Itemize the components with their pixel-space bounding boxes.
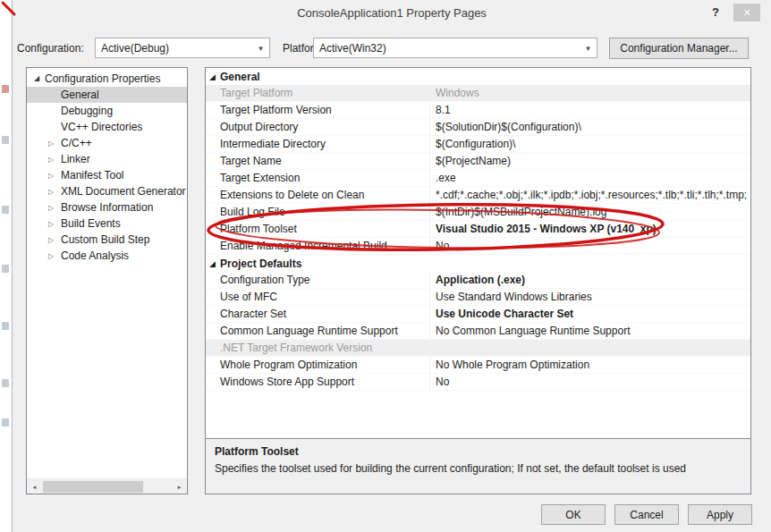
property-row-character-set[interactable]: Character Set Use Unicode Character Set (206, 306, 750, 323)
property-name: Intermediate Directory (220, 138, 326, 150)
property-name: Common Language Runtime Support (220, 325, 398, 337)
tree-expander-icon[interactable]: ▷ (48, 188, 61, 196)
property-value: No (436, 240, 449, 252)
tree-expander-icon[interactable]: ▷ (48, 220, 61, 228)
cancel-button[interactable]: Cancel (614, 504, 679, 525)
tree-item-label: XML Document Generator (61, 185, 186, 198)
property-name: Character Set (220, 308, 286, 320)
property-name: Target Platform (220, 87, 292, 99)
apply-button[interactable]: Apply (688, 504, 752, 525)
property-value: No Whole Program Optimization (436, 359, 589, 371)
property-name: .NET Target Framework Version (220, 342, 372, 354)
tree-item-build-events[interactable]: ▷ Build Events (27, 215, 187, 232)
configuration-manager-button[interactable]: Configuration Manager... (609, 38, 749, 59)
property-row-common-language-runtime-support[interactable]: Common Language Runtime Support No Commo… (206, 323, 750, 340)
window-title: ConsoleApplication1 Property Pages (13, 6, 771, 20)
tree-expander-icon[interactable]: ▷ (48, 236, 61, 244)
help-icon[interactable]: ? (712, 5, 719, 19)
property-name: Whole Program Optimization (220, 359, 357, 371)
property-row-net-target-framework-version[interactable]: .NET Target Framework Version (206, 340, 750, 357)
tree-item-label: Build Events (61, 217, 121, 230)
tree-item-custom-build-step[interactable]: ▷ Custom Build Step (27, 232, 187, 248)
property-row-target-platform-version[interactable]: Target Platform Version 8.1 (206, 102, 750, 119)
property-value: No (436, 376, 449, 388)
tree-item-general[interactable]: General (27, 87, 187, 103)
configuration-label: Configuration: (17, 42, 84, 55)
grid-section-project-defaults[interactable]: ◢ Project Defaults (206, 255, 750, 272)
property-row-target-platform[interactable]: Target Platform Windows (206, 85, 750, 102)
property-value: 8.1 (436, 104, 451, 116)
platform-value: Active(Win32) (319, 42, 386, 55)
property-name: Target Extension (220, 172, 300, 184)
tree-item-label: Custom Build Step (61, 233, 149, 246)
close-button[interactable]: ✕ (733, 4, 760, 21)
scroll-left-icon[interactable]: ◂ (27, 479, 42, 494)
tree-children: General Debugging VC++ Directories ▷ C/C… (27, 87, 187, 264)
property-row-target-name[interactable]: Target Name $(ProjectName) (206, 153, 750, 170)
property-pages-dialog: ConsoleApplication1 Property Pages ? ✕ C… (12, 0, 771, 532)
tree-item-manifest-tool[interactable]: ▷ Manifest Tool (27, 167, 187, 183)
property-name: Build Log File (220, 206, 285, 218)
property-value: Visual Studio 2015 - Windows XP (v140_xp… (436, 223, 657, 235)
tree-item-code-analysis[interactable]: ▷ Code Analysis (27, 248, 187, 264)
section-expanded-icon[interactable]: ◢ (209, 259, 220, 268)
property-row-output-directory[interactable]: Output Directory $(SolutionDir)$(Configu… (206, 119, 750, 136)
tree-item-label: Code Analysis (61, 249, 129, 262)
tree-item-label: C/C++ (61, 137, 92, 149)
scroll-right-icon[interactable]: ▸ (172, 479, 187, 494)
property-row-configuration-type[interactable]: Configuration Type Application (.exe) (206, 272, 750, 289)
grid-section-general[interactable]: ◢ General (206, 68, 750, 85)
tree-horizontal-scrollbar[interactable]: ◂ ▸ (27, 478, 187, 494)
section-expanded-icon[interactable]: ◢ (209, 72, 220, 81)
tree-item-c-c[interactable]: ▷ C/C++ (27, 135, 187, 151)
tree-expander-icon[interactable]: ▷ (48, 252, 61, 260)
edge-artifact (2, 206, 9, 214)
tree-item-vc-directories[interactable]: VC++ Directories (27, 119, 187, 135)
property-value: Windows (436, 87, 479, 99)
property-value: Use Unicode Character Set (436, 308, 573, 320)
tree-expander-icon[interactable]: ▷ (48, 204, 61, 212)
tree-root-configuration-properties[interactable]: ◢ Configuration Properties (27, 70, 187, 87)
tree-item-label: Manifest Tool (61, 169, 123, 182)
property-row-platform-toolset[interactable]: Platform Toolset Visual Studio 2015 - Wi… (206, 221, 750, 238)
tree-root-label: Configuration Properties (45, 72, 160, 85)
edge-artifact (2, 322, 9, 330)
property-row-whole-program-optimization[interactable]: Whole Program Optimization No Whole Prog… (206, 357, 750, 374)
tree-item-label: Debugging (61, 105, 113, 117)
scrollbar-thumb[interactable] (43, 481, 143, 493)
tree-item-browse-information[interactable]: ▷ Browse Information (27, 199, 187, 215)
description-text: Specifies the toolset used for building … (215, 462, 741, 475)
property-row-build-log-file[interactable]: Build Log File $(IntDir)$(MSBuildProject… (206, 204, 750, 221)
property-value: $(Configuration)\ (436, 138, 515, 150)
tree-expander-icon[interactable]: ▷ (48, 156, 61, 164)
property-row-windows-store-app-support[interactable]: Windows Store App Support No (206, 374, 750, 391)
edge-artifact (2, 85, 9, 93)
configuration-tree: ◢ Configuration Properties General Debug… (26, 67, 188, 494)
edge-artifact (2, 418, 9, 426)
tree-expanded-icon[interactable]: ◢ (34, 74, 45, 82)
tree-item-label: Browse Information (61, 201, 153, 214)
tree-expander-icon[interactable]: ▷ (48, 139, 61, 148)
property-name: Platform Toolset (220, 223, 297, 235)
edge-artifact (2, 265, 9, 273)
tree-expander-icon[interactable]: ▷ (48, 172, 61, 180)
property-row-intermediate-directory[interactable]: Intermediate Directory $(Configuration)\ (206, 136, 750, 153)
property-grid-rows: ◢ General Target Platform Windows Target… (206, 68, 750, 438)
tree-item-label: VC++ Directories (61, 121, 142, 133)
property-row-use-of-mfc[interactable]: Use of MFC Use Standard Windows Librarie… (206, 289, 750, 306)
platform-dropdown[interactable]: Active(Win32) ▾ (313, 38, 597, 58)
edge-artifact (2, 136, 9, 144)
property-value: $(IntDir)$(MSBuildProjectName).log (436, 206, 606, 218)
description-title: Platform Toolset (215, 445, 741, 458)
tree-item-linker[interactable]: ▷ Linker (27, 151, 187, 167)
section-title: Project Defaults (220, 258, 301, 270)
property-row-target-extension[interactable]: Target Extension .exe (206, 170, 750, 187)
description-panel: Platform Toolset Specifies the toolset u… (206, 438, 750, 494)
configuration-dropdown[interactable]: Active(Debug) ▾ (95, 38, 270, 58)
tree-item-xml-document-generator[interactable]: ▷ XML Document Generator (27, 183, 187, 199)
property-row-extensions-to-delete-on-clean[interactable]: Extensions to Delete on Clean *.cdf;*.ca… (206, 187, 750, 204)
ok-button[interactable]: OK (541, 504, 606, 525)
edge-artifact (2, 379, 9, 387)
property-row-enable-managed-incremental-build[interactable]: Enable Managed Incremental Build No (206, 238, 750, 255)
tree-item-debugging[interactable]: Debugging (27, 103, 187, 119)
